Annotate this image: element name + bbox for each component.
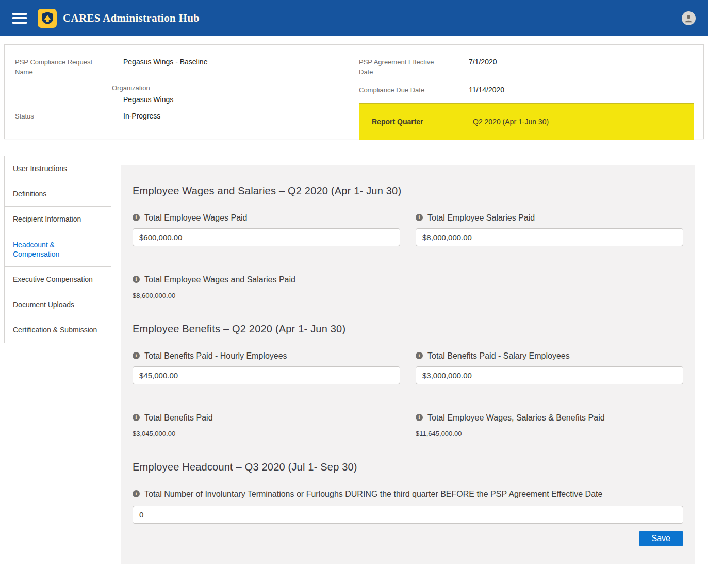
total-wages-label: Total Employee Wages Paid [144,212,248,224]
info-icon[interactable] [133,490,140,497]
terminations-label: Total Number of Involuntary Terminations… [144,489,602,500]
sidebar-item-recipient-information[interactable]: Recipient Information [4,206,111,232]
app-title: CARES Administration Hub [63,12,200,25]
content-area: User Instructions Definitions Recipient … [0,139,708,580]
summary-row-status: Status In-Progress [15,111,359,122]
total-employee-salaries-input[interactable] [416,228,683,246]
effective-date-value: 7/1/2020 [469,57,694,77]
sidebar-item-headcount-compensation[interactable]: Headcount & Compensation [4,232,111,267]
sidebar-item-user-instructions[interactable]: User Instructions [4,156,111,181]
info-icon[interactable] [133,214,140,221]
info-icon[interactable] [133,276,140,283]
organization-stack: Organization Pegasus Wings [123,84,359,105]
terminations-input[interactable] [133,506,683,524]
save-row: Save [133,531,683,546]
save-button[interactable]: Save [639,531,683,546]
headcount-section-title: Employee Headcount – Q3 2020 (Jul 1- Sep… [133,461,683,473]
benefits-section-title: Employee Benefits – Q2 2020 (Apr 1- Jun … [133,323,683,335]
computed-total-wages-salaries: Total Employee Wages and Salaries Paid $… [133,274,400,300]
wages-salaries-computed-row: Total Employee Wages and Salaries Paid $… [133,274,683,300]
topbar: CARES Administration Hub [0,0,708,36]
total-wages-salaries-benefits-label: Total Employee Wages, Salaries & Benefit… [427,412,605,424]
sidebar-item-certification-submission[interactable]: Certification & Submission [4,317,111,343]
summary-row-request-name: PSP Compliance Request Name Pegasus Wing… [15,57,359,77]
sidebar-list: User Instructions Definitions Recipient … [4,156,111,343]
benefits-salary-label: Total Benefits Paid - Salary Employees [427,350,570,362]
benefits-hourly-input[interactable] [133,366,400,384]
status-value: In-Progress [123,111,359,122]
shield-logo-icon [38,9,57,28]
total-benefits-label: Total Benefits Paid [144,412,213,424]
report-quarter-label: Report Quarter [372,117,473,126]
sidebar-nav: User Instructions Definitions Recipient … [4,156,111,343]
request-name-value: Pegasus Wings - Baseline [123,57,359,77]
total-employee-wages-input[interactable] [133,228,400,246]
status-label: Status [15,111,95,122]
total-wages-salaries-value: $8,600,000.00 [133,292,400,299]
sidebar-item-definitions[interactable]: Definitions [4,181,111,207]
field-label-row: Total Employee Wages and Salaries Paid [133,274,400,285]
effective-date-label: PSP Agreement Effective Date [359,57,439,77]
summary-row-effective-date: PSP Agreement Effective Date 7/1/2020 [359,57,694,77]
user-avatar-icon[interactable] [682,11,696,25]
info-icon[interactable] [133,414,140,421]
benefits-field-row: Total Benefits Paid - Hourly Employees T… [133,350,683,384]
wages-salaries-field-row: Total Employee Wages Paid Total Employee… [133,212,683,246]
field-label-row: Total Employee Salaries Paid [416,212,683,224]
request-name-label: PSP Compliance Request Name [15,57,95,77]
organization-label: Organization [112,84,359,92]
summary-left-column: PSP Compliance Request Name Pegasus Wing… [15,57,359,131]
sidebar-item-document-uploads[interactable]: Document Uploads [4,292,111,317]
compliance-summary-card: PSP Compliance Request Name Pegasus Wing… [4,44,704,139]
form-field-benefits-salary: Total Benefits Paid - Salary Employees [416,350,683,384]
total-salaries-label: Total Employee Salaries Paid [427,212,535,224]
summary-right-column: PSP Agreement Effective Date 7/1/2020 Co… [359,57,694,131]
info-icon[interactable] [416,214,423,221]
form-field-benefits-hourly: Total Benefits Paid - Hourly Employees [133,350,400,384]
organization-value: Pegasus Wings [123,95,359,105]
field-label-row: Total Benefits Paid - Salary Employees [416,350,683,362]
total-benefits-value: $3,045,000.00 [133,430,400,438]
due-date-value: 11/14/2020 [469,85,694,95]
field-label-row: Total Employee Wages Paid [133,212,400,224]
summary-row-due-date: Compliance Due Date 11/14/2020 [359,85,694,95]
computed-total-benefits: Total Benefits Paid $3,045,000.00 [133,412,400,438]
field-label-row: Total Benefits Paid - Hourly Employees [133,350,400,362]
report-quarter-value: Q2 2020 (Apr 1-Jun 30) [473,117,549,126]
spacer [15,84,95,105]
info-icon[interactable] [133,352,140,359]
benefits-hourly-label: Total Benefits Paid - Hourly Employees [144,350,287,362]
info-icon[interactable] [416,352,423,359]
form-field-terminations: Total Number of Involuntary Terminations… [133,489,683,524]
summary-row-organization: Organization Pegasus Wings [15,84,359,105]
computed-total-wages-salaries-benefits: Total Employee Wages, Salaries & Benefit… [416,412,683,438]
field-label-row: Total Benefits Paid [133,412,400,424]
headcount-compensation-panel: Employee Wages and Salaries – Q2 2020 (A… [121,165,695,564]
form-field-total-salaries: Total Employee Salaries Paid [416,212,683,246]
total-wages-salaries-label: Total Employee Wages and Salaries Paid [144,274,295,285]
report-quarter-highlight: Report Quarter Q2 2020 (Apr 1-Jun 30) [359,103,694,140]
shield-logo-glyph [42,12,53,24]
wages-salaries-section-title: Employee Wages and Salaries – Q2 2020 (A… [133,185,683,197]
form-field-total-wages: Total Employee Wages Paid [133,212,400,246]
hamburger-menu-icon[interactable] [12,13,27,24]
total-wages-salaries-benefits-value: $11,645,000.00 [416,430,683,438]
due-date-label: Compliance Due Date [359,85,439,95]
benefits-computed-row: Total Benefits Paid $3,045,000.00 Total … [133,412,683,438]
field-label-row: Total Employee Wages, Salaries & Benefit… [416,412,683,424]
field-label-row: Total Number of Involuntary Terminations… [133,489,683,500]
info-icon[interactable] [416,414,423,421]
benefits-salary-input[interactable] [416,366,683,384]
sidebar-item-executive-compensation[interactable]: Executive Compensation [4,266,111,292]
person-icon [684,14,693,23]
